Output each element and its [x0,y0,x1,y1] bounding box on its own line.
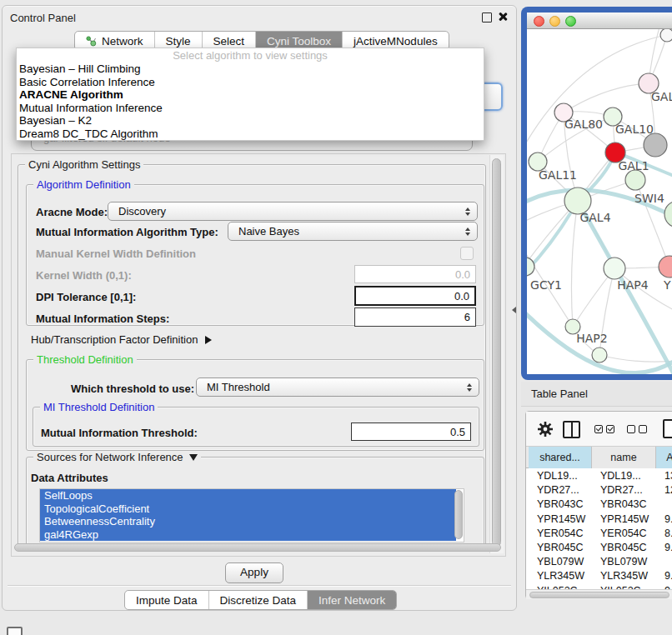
panel-divider-arrow-icon[interactable] [512,307,516,313]
table-row[interactable]: YBL079WYBL079W [526,555,672,569]
table-row[interactable]: YBR045CYBR045C9. [526,541,672,555]
split-columns-icon[interactable] [563,421,580,438]
settings-vertical-scrollbar-thumb[interactable] [492,158,501,547]
network-node-label: SWI4 [634,192,664,205]
list-vertical-scrollbar[interactable] [454,490,463,539]
table-cell: 9. [656,512,672,527]
data-attributes-label: Data Attributes [31,472,108,485]
attribute-item-selfloops[interactable]: SelfLoops [40,489,456,502]
network-node[interactable] [660,29,672,42]
aracne-mode-combobox[interactable]: Discovery [108,202,478,221]
table-cell: YBR043C [592,498,656,512]
settings-horizontal-scrollbar-thumb[interactable] [14,543,501,552]
table-panel-titlebar: Table Panel [521,382,672,407]
expanded-arrow-icon[interactable] [189,454,198,461]
algorithm-option-bayesian-hill-climbing[interactable]: Bayesian – Hill Climbing [17,62,484,76]
network-canvas[interactable]: GALGAL80GAL10GAL1GAL11SWI4GAL4GCY1HAP4YH… [527,29,672,374]
which-threshold-combobox[interactable]: MI Threshold [196,378,479,397]
restore-panel-icon[interactable] [7,627,23,635]
attribute-item-gal4rgexp[interactable]: gal4RGexp [40,528,456,542]
bottom-tab-bar: Impute DataDiscretize DataInfer Network [124,590,397,610]
algorithm-option-dream8-dc-tdc-algorithm[interactable]: Dream8 DC_TDC Algorithm [17,128,484,141]
algorithm-option-basic-correlation-inference[interactable]: Basic Correlation Inference [17,76,484,89]
network-node-label: GAL4 [579,211,610,224]
sources-group-title[interactable]: Sources for Network Inference [33,451,201,463]
algorithm-popup-placeholder: Select algorithm to view settings [17,48,484,62]
algorithm-option-bayesian-k2[interactable]: Bayesian – K2 [17,114,484,128]
settings-vertical-scrollbar-track[interactable] [489,155,504,553]
column-header-shared[interactable]: shared... [529,447,592,468]
attribute-item-topologicalcoefficient[interactable]: TopologicalCoefficient [40,502,456,516]
manual-kernel-width-checkbox[interactable] [460,247,474,260]
algorithm-popup-items: Bayesian – Hill ClimbingBasic Correlatio… [17,62,484,140]
table-horizontal-scrollbar-thumb[interactable] [529,592,669,598]
unselect-all-columns-icon[interactable] [639,425,647,433]
algorithm-option-aracne-algorithm[interactable]: ARACNE Algorithm [17,88,484,102]
network-node-label: HAP2 [576,332,607,345]
minimize-traffic-light-icon[interactable] [549,16,560,27]
network-node[interactable] [644,133,667,157]
network-node-gcy1[interactable] [527,258,534,276]
table-row[interactable]: YER054CYER054C8. [526,527,672,541]
stepper-arrows-icon [465,208,470,216]
sources-group-title-text: Sources for Network Inference [37,451,183,463]
float-window-icon[interactable] [482,12,492,22]
kernel-width-field[interactable] [354,265,476,283]
gear-icon[interactable] [536,420,554,438]
table-cell: YLR345W [592,569,656,583]
column-header-name[interactable]: name [592,447,656,468]
network-node-y[interactable] [659,256,672,278]
data-attributes-list[interactable]: SelfLoopsTopologicalCoefficientBetweenne… [39,488,464,542]
bottom-tab-infer-network-label: Infer Network [318,594,385,607]
collapsed-arrow-icon[interactable] [205,336,212,344]
network-window-titlebar[interactable] [527,12,672,29]
table-cell: YPR145W [592,512,656,527]
mi-threshold-definition-title: MI Threshold Definition [40,401,158,413]
table-row[interactable]: YDR27...YDR27...12 [526,483,672,498]
bottom-tab-infer-network[interactable]: Infer Network [307,591,396,609]
new-table-icon[interactable] [663,419,672,438]
network-node[interactable] [592,348,607,362]
mi-algorithm-type-combobox[interactable]: Naive Bayes [228,222,478,241]
network-node-label: GCY1 [530,278,562,292]
network-node-swi4[interactable] [625,170,645,190]
network-node[interactable] [664,201,672,228]
table-cell: YBL079W [592,555,656,569]
zoom-traffic-light-icon[interactable] [565,16,576,27]
algorithm-dropdown-popup: Select algorithm to view settings Bayesi… [16,48,484,141]
table-row[interactable]: YDL19...YDL19...13 [526,469,672,483]
network-graph: GALGAL80GAL10GAL1GAL11SWI4GAL4GCY1HAP4YH… [527,29,672,374]
network-node-hap4[interactable] [604,258,625,279]
table-row[interactable]: YBR043CYBR043C [526,498,672,512]
network-node-label: GAL80 [564,118,603,131]
table-row[interactable]: YPR145WYPR145W9. [526,512,672,527]
table-cell: 9. [656,569,672,583]
table-cell: 13 [656,469,672,483]
attribute-item-betweennesscentrality[interactable]: BetweennessCentrality [40,515,456,528]
table-horizontal-scrollbar-track[interactable] [526,589,672,599]
bottom-tab-impute-data-label: Impute Data [136,594,198,607]
data-attributes-items: SelfLoopsTopologicalCoefficientBetweenne… [40,489,464,541]
column-header-a[interactable]: A [656,447,672,468]
aracne-mode-value: Discovery [118,205,166,218]
close-traffic-light-icon[interactable] [534,16,544,27]
dpi-tolerance-field[interactable] [354,286,476,306]
table-cell: YBR045C [529,541,592,555]
mi-threshold-label: Mutual Information Threshold: [41,427,198,440]
apply-button[interactable]: Apply [225,562,283,583]
table-row[interactable]: YLR345WYLR345W9. [526,569,672,583]
mi-threshold-field[interactable] [351,422,471,441]
network-edge [564,83,649,112]
algorithm-option-mutual-information-inference[interactable]: Mutual Information Inference [17,102,484,115]
bottom-tab-discretize-data[interactable]: Discretize Data [208,591,308,609]
bottom-tab-impute-data[interactable]: Impute Data [125,591,208,609]
table-cell: YBR045C [592,541,656,555]
hub-transcription-factor-label: Hub/Transcription Factor Definition [31,333,198,346]
dpi-tolerance-label: DPI Tolerance [0,1]: [36,291,136,304]
mi-steps-field[interactable] [354,308,476,327]
close-icon[interactable] [498,12,508,22]
select-all-columns-icon[interactable] [606,425,614,433]
hub-transcription-factor-section[interactable]: Hub/Transcription Factor Definition [31,333,212,346]
select-all-columns-icon[interactable] [594,425,603,433]
unselect-all-columns-icon[interactable] [627,425,635,433]
